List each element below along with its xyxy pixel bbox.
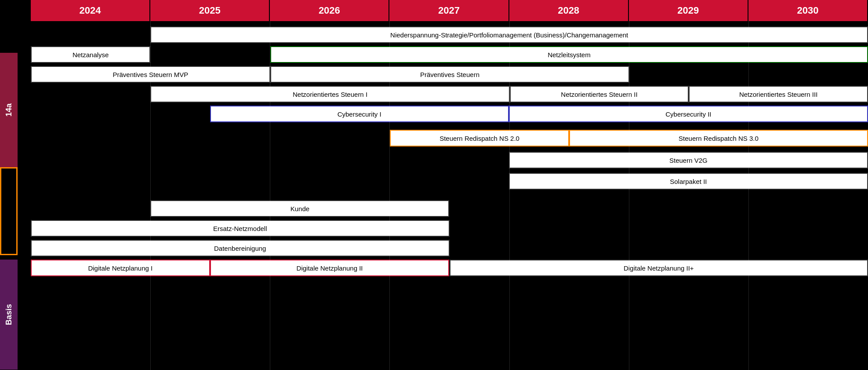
year-2028: 2028	[509, 0, 629, 21]
bar-redispatch-3: Steuern Redispatch NS 3.0	[569, 130, 868, 147]
year-2025: 2025	[150, 0, 270, 21]
grid-line-4	[509, 21, 510, 370]
grid-line-1	[150, 21, 151, 370]
category-14a: 14a	[0, 53, 18, 167]
grid-line-5	[629, 21, 629, 370]
bar-ersatz-netzmodell: Ersatz-Netzmodell	[31, 220, 450, 237]
bar-netzorientiertes-iii: Netzorientiertes Steuern III	[689, 86, 868, 103]
bar-redispatch-2: Steuern Redispatch NS 2.0	[390, 130, 569, 147]
bar-praventives-steuern: Präventives Steuern	[270, 66, 629, 83]
category-basis: Basis	[0, 260, 18, 370]
bar-digitale-ii: Digitale Netzplanung II	[210, 260, 450, 276]
bar-cybersecurity-ii: Cybersecurity II	[509, 106, 868, 122]
bar-kunde: Kunde	[150, 200, 449, 217]
grid-line-2	[270, 21, 270, 370]
category-eeg: EEG	[0, 167, 18, 255]
bar-netzanalyse: Netzanalyse	[31, 46, 150, 63]
bar-netzleitsystem: Netzleitsystem	[270, 46, 868, 63]
bar-netzorientiertes-ii: Netzorientiertes Steuern II	[510, 86, 689, 103]
bar-datenbereinigung: Datenbereinigung	[31, 240, 450, 256]
timeline-container: 2024 2025 2026 2027 2028 2029 2030 14a E…	[0, 0, 868, 370]
year-2024: 2024	[31, 0, 150, 21]
year-headers: 2024 2025 2026 2027 2028 2029 2030	[31, 0, 868, 21]
year-2030: 2030	[748, 0, 868, 21]
year-2029: 2029	[629, 0, 748, 21]
bar-steuern-v2g: Steuern V2G	[509, 152, 868, 169]
bar-digitale-i: Digitale Netzplanung I	[31, 260, 210, 276]
bar-cybersecurity-i: Cybersecurity I	[210, 106, 509, 122]
year-2027: 2027	[389, 0, 509, 21]
grid-line-3	[389, 21, 390, 370]
grid-line-6	[748, 21, 749, 370]
bar-solarpaket: Solarpaket II	[509, 173, 868, 190]
bar-netzorientiertes-i: Netzorientiertes Steuern I	[150, 86, 509, 103]
bar-digitale-ii-plus: Digitale Netzplanung II+	[450, 260, 868, 276]
year-2026: 2026	[270, 0, 389, 21]
